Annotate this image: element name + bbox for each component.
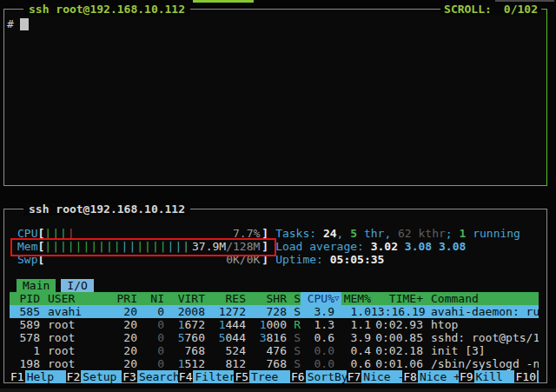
command: avahi-daemon: running: [423, 305, 539, 318]
table-row[interactable]: 198root2001512812768S0.00.60:01.06/sbin/…: [10, 357, 539, 370]
user: avahi: [40, 305, 109, 318]
f6-sortby-button[interactable]: SortBy: [306, 370, 347, 383]
col-pid[interactable]: PID: [10, 292, 40, 305]
prompt-line[interactable]: #: [7, 17, 29, 30]
time: 0:01.06: [371, 357, 423, 370]
tasks-label: Tasks:: [275, 227, 323, 240]
shell-pane[interactable]: ssh root@192.168.10.112 SCROLL:0/102 #: [3, 9, 547, 186]
f8-key[interactable]: F8: [402, 370, 418, 383]
scroll-label: SCROLL:: [444, 3, 492, 16]
scroll-value: 0/102: [504, 3, 538, 16]
ni: 0: [137, 305, 164, 318]
shr: 476: [246, 344, 287, 357]
shr-hi: 1: [260, 318, 267, 331]
f10-key[interactable]: F10: [514, 370, 536, 383]
load-1min: 3.02: [371, 240, 405, 253]
shr-lo: 476: [267, 344, 287, 357]
res-hi: 1: [219, 318, 226, 331]
thr-count: 5: [350, 227, 357, 240]
pri: 20: [109, 344, 137, 357]
kthr-text: 62 kthr: [398, 227, 446, 240]
cpu-pct: 0.6: [301, 331, 334, 344]
top-gray-artifact: [495, 0, 554, 2]
f3-search-button[interactable]: Search: [137, 370, 178, 383]
col-mem[interactable]: MEM%: [341, 292, 371, 305]
f2-key[interactable]: F2: [66, 370, 82, 383]
scroll-indicator: SCROLL:0/102: [440, 3, 541, 16]
f7-nice-minus-button[interactable]: Nice -: [361, 370, 402, 383]
col-command[interactable]: Command: [423, 292, 539, 305]
pid: 589: [10, 318, 40, 331]
pid: 1: [10, 344, 40, 357]
tab-io[interactable]: I/O: [61, 279, 93, 292]
res-hi: 5: [219, 331, 226, 344]
command: htop: [423, 318, 539, 331]
htop-pane[interactable]: ssh root@192.168.10.112 CPU[||||7.7%]Tas…: [3, 209, 547, 383]
user: root: [40, 331, 109, 344]
shr-lo: 728: [267, 305, 287, 318]
tasks-count: 24: [323, 227, 337, 240]
shr-lo: 000: [267, 318, 287, 331]
col-shr[interactable]: SHR: [246, 292, 287, 305]
ni: 0: [137, 344, 164, 357]
f8-nice-plus-button[interactable]: Nice +: [418, 370, 459, 383]
f4-filter-button[interactable]: Filter: [193, 370, 234, 383]
table-row[interactable]: 1root200768524476S0.00.40:02.18init [3]: [10, 344, 539, 357]
table-row[interactable]: 578root200576050443816S0.63.90:00.85sshd…: [10, 331, 539, 344]
col-cpu-sorted[interactable]: CPU%: [301, 292, 334, 305]
virt: 1672: [164, 318, 205, 331]
f5-key[interactable]: F5: [234, 370, 249, 383]
f7-key[interactable]: F7: [347, 370, 362, 383]
col-ni[interactable]: NI: [137, 292, 164, 305]
virt: 768: [164, 344, 205, 357]
top-green-artifact: [193, 0, 254, 3]
shr-hi: 3: [260, 331, 267, 344]
f3-key[interactable]: F3: [122, 370, 137, 383]
pane-title: ssh root@192.168.10.112: [23, 3, 190, 16]
cpu-pct: 0.0: [301, 344, 334, 357]
f10-quit-button[interactable]: Quit: [537, 370, 539, 383]
f2-setup-button[interactable]: Setup: [81, 370, 122, 383]
time: 0:00.85: [371, 331, 423, 344]
tab-main[interactable]: Main: [17, 279, 56, 292]
uptime-label: Uptime:: [275, 253, 330, 266]
command: sshd: root@pts/1: [423, 331, 539, 344]
table-header-row[interactable]: PIDUSERPRINIVIRTRESSHRSCPU%▽MEM%TIME+Com…: [10, 292, 539, 305]
f6-key[interactable]: F6: [290, 370, 306, 383]
uptime-value: 05:05:35: [330, 253, 385, 266]
f1-key[interactable]: F1: [10, 370, 25, 383]
col-time[interactable]: TIME+: [371, 292, 423, 305]
virt-lo: 768: [185, 344, 205, 357]
col-pri[interactable]: PRI: [109, 292, 137, 305]
col-user[interactable]: USER: [40, 292, 109, 305]
arrow-slot: [334, 305, 341, 318]
process-table: PIDUSERPRINIVIRTRESSHRSCPU%▽MEM%TIME+Com…: [10, 292, 539, 370]
pid: 578: [10, 331, 40, 344]
shr: 1000: [246, 318, 287, 331]
res: 524: [205, 344, 246, 357]
f9-kill-button[interactable]: Kill: [474, 370, 515, 383]
f9-key[interactable]: F9: [459, 370, 474, 383]
command: /sbin/syslogd -n: [423, 357, 539, 370]
running-label: running: [466, 227, 520, 240]
mem-pct: 1.0: [341, 305, 371, 318]
col-state[interactable]: S: [287, 292, 301, 305]
sort-arrow-icon: ▽: [334, 292, 341, 305]
table-row[interactable]: 589root200167214441000R1.31.10:02.93htop: [10, 318, 539, 331]
state: R: [287, 318, 301, 331]
virt-lo: 512: [185, 357, 205, 370]
virt: 5760: [164, 331, 205, 344]
mem-pct: 3.9: [341, 331, 371, 344]
col-res[interactable]: RES: [205, 292, 246, 305]
table-row-selected[interactable]: 585avahi20020081272728S3.91.013:16.19ava…: [10, 305, 539, 318]
virt-hi: 1: [178, 318, 185, 331]
col-virt[interactable]: VIRT: [164, 292, 205, 305]
f4-key[interactable]: F4: [178, 370, 194, 383]
state: S: [287, 357, 301, 370]
shr-lo: 816: [267, 331, 287, 344]
f5-tree-button[interactable]: Tree: [249, 370, 290, 383]
mem-pct: 0.6: [341, 357, 371, 370]
cpu-pct: 3.9: [301, 305, 334, 318]
f1-help-button[interactable]: Help: [25, 370, 66, 383]
virt-lo: 672: [185, 318, 205, 331]
